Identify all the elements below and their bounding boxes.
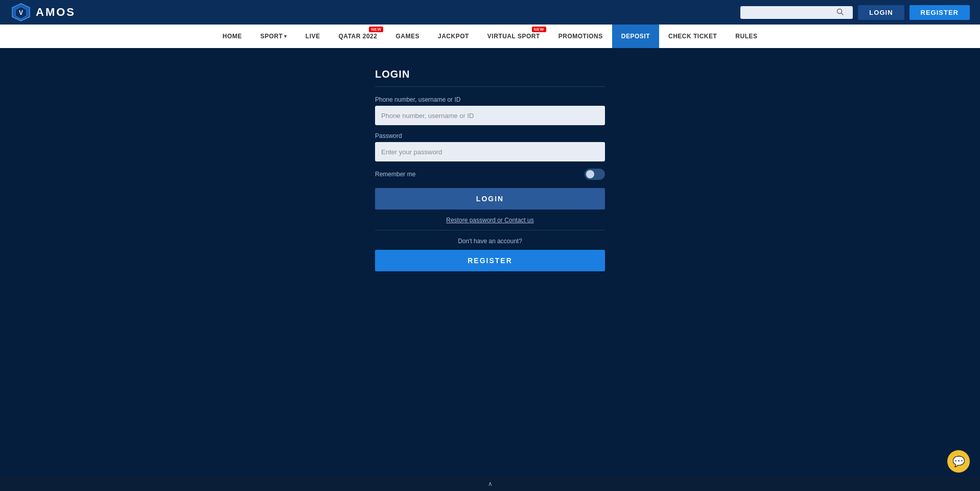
nav-item-jackpot[interactable]: JACKPOT [429, 25, 478, 48]
footer-bar: ∧ [0, 477, 980, 491]
username-input[interactable] [375, 106, 605, 125]
scroll-up-chevron[interactable]: ∧ [488, 480, 493, 487]
password-label: Password [375, 132, 605, 139]
nav-item-home[interactable]: HOME [214, 25, 251, 48]
register-button[interactable]: REGISTER [375, 250, 605, 271]
logo-icon: V [10, 3, 32, 22]
nav-item-promotions[interactable]: PROMOTIONS [549, 25, 612, 48]
chat-button[interactable]: 💬 [947, 450, 970, 473]
login-button[interactable]: LOGIN [375, 188, 605, 209]
username-label: Phone number, username or ID [375, 96, 605, 103]
new-badge-qatar: NEW [369, 27, 383, 32]
toggle-thumb [586, 170, 594, 178]
navbar: HOME SPORT ▾ LIVE NEW QATAR 2022 GAMES J… [0, 25, 980, 48]
main-content: LOGIN Phone number, username or ID Passw… [0, 48, 980, 457]
svg-text:V: V [19, 9, 23, 16]
search-bar[interactable] [740, 6, 853, 19]
header: V AMOS LOGIN REGISTER [0, 0, 980, 25]
login-container: LOGIN Phone number, username or ID Passw… [375, 68, 605, 457]
remember-toggle[interactable] [585, 169, 605, 180]
password-input[interactable] [375, 142, 605, 161]
logo-text: AMOS [36, 6, 76, 19]
no-account-text: Don't have an account? [375, 238, 605, 245]
header-register-button[interactable]: REGISTER [909, 5, 970, 20]
header-login-button[interactable]: LOGIN [858, 5, 904, 20]
search-icon[interactable] [836, 8, 844, 17]
logo[interactable]: V AMOS [10, 3, 76, 22]
password-group: Password [375, 132, 605, 161]
login-title: LOGIN [375, 68, 605, 80]
search-input[interactable] [744, 9, 836, 16]
nav-item-deposit[interactable]: DEPOSIT [612, 25, 659, 48]
restore-password-link[interactable]: Restore password or Contact us [375, 217, 605, 224]
nav-item-rules[interactable]: RULES [726, 25, 766, 48]
nav-item-virtual-sport[interactable]: NEW VIRTUAL SPORT [478, 25, 549, 48]
nav-item-check-ticket[interactable]: CHECK TICKET [659, 25, 726, 48]
remember-row: Remember me [375, 169, 605, 180]
header-right: LOGIN REGISTER [740, 5, 970, 20]
top-divider [375, 86, 605, 87]
chevron-down-icon: ▾ [284, 34, 287, 39]
nav-item-live[interactable]: LIVE [296, 25, 330, 48]
chat-icon: 💬 [952, 455, 965, 467]
new-badge-virtual: NEW [532, 27, 546, 32]
svg-line-4 [842, 13, 844, 15]
nav-item-sport[interactable]: SPORT ▾ [251, 25, 296, 48]
username-group: Phone number, username or ID [375, 96, 605, 125]
nav-item-games[interactable]: GAMES [386, 25, 429, 48]
toggle-track[interactable] [585, 169, 605, 180]
nav-item-qatar[interactable]: NEW QATAR 2022 [330, 25, 387, 48]
remember-label: Remember me [375, 171, 415, 178]
bottom-divider [375, 230, 605, 230]
